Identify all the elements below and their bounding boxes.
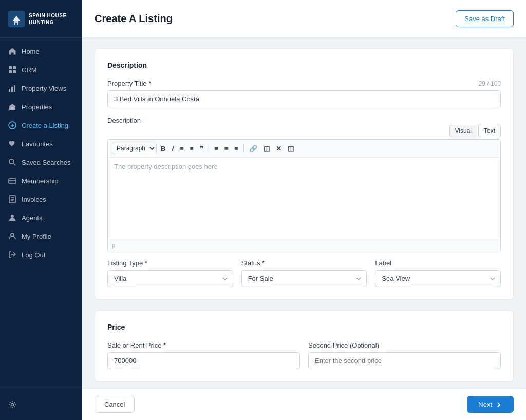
link-button[interactable]: 🔗 bbox=[247, 144, 259, 154]
label-group: Label Sea View Mountain View City View N… bbox=[375, 259, 501, 287]
sidebar-label-agents: Agents bbox=[22, 214, 42, 222]
sidebar: SPAIN HOUSE HUNTING Home CRM Property Vi… bbox=[0, 0, 82, 420]
sidebar-item-crm[interactable]: CRM bbox=[0, 61, 82, 79]
property-title-input[interactable] bbox=[107, 90, 501, 107]
price-card: Price Sale or Rent Price * Second Price … bbox=[95, 310, 514, 382]
listing-type-group: Listing Type * Villa Apartment House Lan… bbox=[107, 259, 233, 287]
settings-item[interactable] bbox=[0, 395, 82, 414]
description-group: Description Visual Text Paragraph Headin… bbox=[107, 116, 501, 251]
sidebar-item-my-profile[interactable]: My Profile bbox=[0, 227, 82, 245]
sidebar-item-invoices[interactable]: Invoices bbox=[0, 190, 82, 208]
next-arrow-icon bbox=[495, 401, 502, 408]
heart-icon bbox=[8, 140, 16, 148]
sidebar-item-saved-searches[interactable]: Saved Searches bbox=[0, 153, 82, 171]
blockquote-button[interactable]: ❞ bbox=[198, 144, 205, 154]
profile-icon bbox=[8, 232, 16, 240]
listing-dropdowns: Listing Type * Villa Apartment House Lan… bbox=[107, 259, 501, 287]
italic-button[interactable]: I bbox=[170, 144, 176, 154]
svg-rect-5 bbox=[9, 70, 12, 73]
status-select[interactable]: For Sale For Rent Sold Rented bbox=[241, 270, 367, 287]
main-header: Create A Listing Save as Draft bbox=[82, 0, 526, 38]
table-button[interactable]: ◫ bbox=[286, 144, 296, 154]
logout-icon bbox=[8, 251, 16, 259]
home-icon bbox=[8, 47, 16, 55]
sidebar-item-property-views[interactable]: Property Views bbox=[0, 79, 82, 98]
text-tab[interactable]: Text bbox=[478, 125, 501, 137]
align-center-button[interactable]: ≡ bbox=[222, 144, 231, 154]
property-title-group: Property Title * 29 / 100 bbox=[107, 80, 501, 107]
second-price-label: Second Price (Optional) bbox=[308, 341, 501, 349]
bullet-list-button[interactable]: ≡ bbox=[178, 144, 186, 154]
save-draft-button[interactable]: Save as Draft bbox=[456, 10, 514, 27]
svg-point-17 bbox=[11, 404, 14, 406]
settings-icon bbox=[8, 400, 16, 409]
sidebar-label-crm: CRM bbox=[22, 66, 37, 74]
toolbar-divider-1 bbox=[209, 144, 209, 152]
sidebar-item-favourites[interactable]: Favourites bbox=[0, 135, 82, 153]
media-button[interactable]: ◫ bbox=[261, 144, 272, 154]
ordered-list-button[interactable]: ≡ bbox=[188, 144, 196, 154]
visual-tab[interactable]: Visual bbox=[449, 125, 477, 137]
agents-icon bbox=[8, 214, 16, 222]
label-select[interactable]: Sea View Mountain View City View None bbox=[375, 270, 501, 287]
sidebar-label-saved-searches: Saved Searches bbox=[22, 159, 70, 166]
price-card-title: Price bbox=[107, 323, 501, 331]
sidebar-item-log-out[interactable]: Log Out bbox=[0, 245, 82, 264]
svg-point-16 bbox=[11, 233, 14, 236]
bold-button[interactable]: B bbox=[159, 144, 167, 154]
align-left-button[interactable]: ≡ bbox=[212, 144, 220, 154]
svg-point-15 bbox=[11, 215, 14, 218]
sidebar-footer bbox=[0, 389, 82, 420]
next-label: Next bbox=[478, 400, 492, 408]
logo-text: SPAIN HOUSE HUNTING bbox=[29, 12, 74, 26]
sale-rent-input[interactable] bbox=[107, 352, 300, 369]
sidebar-label-property-views: Property Views bbox=[22, 85, 66, 92]
description-card: Description Property Title * 29 / 100 De… bbox=[95, 48, 514, 300]
paragraph-select[interactable]: Paragraph Heading 1 Heading 2 bbox=[112, 143, 157, 154]
svg-rect-13 bbox=[9, 179, 16, 183]
svg-rect-9 bbox=[14, 85, 15, 92]
search-icon bbox=[8, 158, 16, 166]
plus-circle-icon bbox=[8, 121, 16, 129]
editor-placeholder: The property description goes here bbox=[114, 163, 218, 170]
sidebar-label-favourites: Favourites bbox=[22, 140, 53, 148]
next-button[interactable]: Next bbox=[467, 396, 514, 413]
sidebar-label-log-out: Log Out bbox=[22, 251, 45, 259]
svg-rect-2 bbox=[15, 23, 17, 25]
description-label: Description bbox=[107, 117, 141, 124]
fullscreen-button[interactable]: ✕ bbox=[274, 144, 284, 154]
listing-type-select[interactable]: Villa Apartment House Land Commercial bbox=[107, 270, 233, 287]
listing-type-label: Listing Type * bbox=[107, 259, 233, 267]
sale-rent-group: Sale or Rent Price * bbox=[107, 341, 300, 369]
second-price-input[interactable] bbox=[308, 352, 501, 369]
cancel-button[interactable]: Cancel bbox=[95, 396, 135, 413]
align-right-button[interactable]: ≡ bbox=[232, 144, 240, 154]
sidebar-item-create-listing[interactable]: Create a Listing bbox=[0, 116, 82, 135]
sidebar-label-home: Home bbox=[22, 48, 40, 55]
property-title-label: Property Title * bbox=[107, 80, 151, 87]
invoices-icon bbox=[8, 195, 16, 203]
svg-rect-4 bbox=[13, 66, 16, 69]
editor-wrapper: Paragraph Heading 1 Heading 2 B I ≡ ≡ ❞ … bbox=[107, 139, 501, 251]
editor-body[interactable]: The property description goes here bbox=[108, 158, 500, 240]
svg-point-12 bbox=[9, 159, 14, 164]
crm-icon bbox=[8, 66, 16, 74]
char-count: 29 / 100 bbox=[479, 80, 501, 87]
sale-rent-label: Sale or Rent Price * bbox=[107, 341, 300, 349]
svg-rect-10 bbox=[11, 107, 14, 110]
sidebar-label-invoices: Invoices bbox=[22, 196, 46, 203]
svg-rect-8 bbox=[11, 87, 13, 92]
main-footer: Cancel Next bbox=[82, 388, 526, 420]
description-card-title: Description bbox=[107, 61, 501, 69]
logo-icon bbox=[8, 11, 25, 27]
svg-rect-6 bbox=[13, 70, 16, 73]
sidebar-item-home[interactable]: Home bbox=[0, 42, 82, 61]
membership-icon bbox=[8, 177, 16, 185]
sidebar-label-properties: Properties bbox=[22, 103, 52, 111]
sidebar-item-membership[interactable]: Membership bbox=[0, 171, 82, 190]
sidebar-item-agents[interactable]: Agents bbox=[0, 208, 82, 227]
toolbar-divider-2 bbox=[243, 144, 244, 152]
sidebar-label-create-listing: Create a Listing bbox=[22, 122, 68, 129]
sidebar-item-properties[interactable]: Properties bbox=[0, 98, 82, 116]
svg-rect-7 bbox=[9, 89, 10, 92]
